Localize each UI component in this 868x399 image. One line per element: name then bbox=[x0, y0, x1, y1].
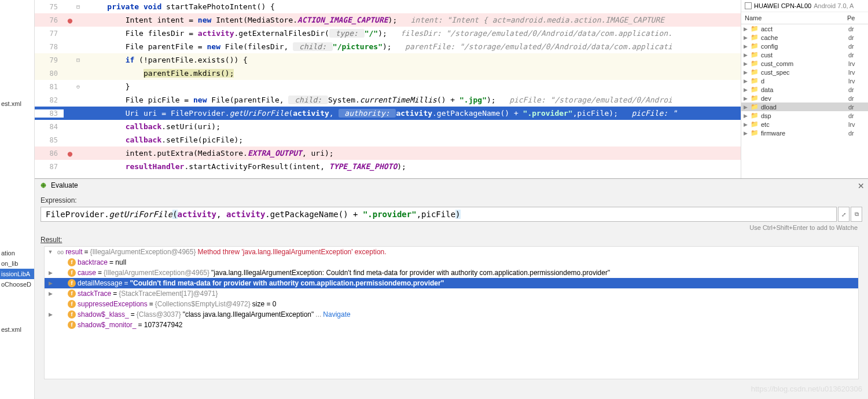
fs-row[interactable]: ▶📁datadr bbox=[741, 85, 868, 94]
field-icon: f bbox=[68, 290, 76, 298]
device-explorer[interactable]: HUAWEI CPN-AL00 Android 7.0, A NamePe ▶📁… bbox=[741, 0, 868, 178]
line-number: 81 bbox=[35, 83, 64, 91]
file-item[interactable]: on_lib bbox=[0, 258, 34, 269]
line-number: 76 bbox=[35, 16, 64, 24]
result-row[interactable]: ▶f cause = {IllegalArgumentException@496… bbox=[45, 268, 858, 278]
fs-row[interactable]: ▶📁dspdr bbox=[741, 111, 868, 120]
folder-icon: 📁 bbox=[751, 120, 759, 128]
arrow-icon[interactable]: ▶ bbox=[47, 270, 54, 276]
arrow-icon: ▶ bbox=[744, 130, 751, 136]
breakpoint-icon[interactable]: ● bbox=[68, 16, 72, 25]
arrow-icon[interactable]: ▶ bbox=[47, 280, 54, 286]
line-number: 85 bbox=[35, 136, 64, 144]
navigate-link[interactable]: Navigate bbox=[323, 310, 350, 319]
arrow-icon: ▶ bbox=[744, 52, 751, 58]
line-number: 87 bbox=[35, 163, 64, 171]
line-number: 75 bbox=[35, 3, 64, 11]
arrow-icon[interactable]: ▶ bbox=[47, 312, 54, 317]
arrow-icon[interactable]: ▼ bbox=[47, 249, 54, 255]
file-item[interactable]: issionLibA bbox=[0, 269, 34, 279]
line-number: 82 bbox=[35, 96, 64, 104]
fs-row[interactable]: ▶📁dlrv bbox=[741, 76, 868, 85]
project-tree-strip[interactable]: est.xml bbox=[0, 0, 35, 178]
result-tree[interactable]: ▼oo result = {IllegalArgumentException@4… bbox=[44, 246, 859, 379]
fs-row[interactable]: ▶📁custdr bbox=[741, 50, 868, 59]
field-icon: f bbox=[68, 279, 76, 287]
folder-icon: 📁 bbox=[751, 25, 759, 32]
folder-icon: 📁 bbox=[751, 60, 759, 67]
code-editor[interactable]: 75⊟ private void startTakePhotoIntent() … bbox=[35, 0, 741, 178]
line-number: 78 bbox=[35, 43, 64, 51]
code-text[interactable]: parentFile.mkdirs(); bbox=[86, 69, 234, 78]
fs-row[interactable]: ▶📁firmwaredr bbox=[741, 129, 868, 137]
arrow-icon: ▶ bbox=[744, 69, 751, 75]
fold-icon[interactable]: ⊖ bbox=[76, 83, 86, 90]
result-row[interactable]: ▼oo result = {IllegalArgumentException@4… bbox=[45, 247, 858, 257]
fs-row[interactable]: ▶📁acctdr bbox=[741, 24, 868, 33]
result-row[interactable]: ▶f stackTrace = {StackTraceElement[17]@4… bbox=[45, 288, 858, 299]
line-number: 80 bbox=[35, 69, 64, 78]
result-row[interactable]: ▶f shadow$_klass_ = {Class@3037} "class … bbox=[45, 309, 858, 320]
result-row[interactable]: ▶f detailMessage = "Couldn't find meta-d… bbox=[45, 278, 858, 288]
object-icon: oo bbox=[57, 249, 64, 255]
code-text[interactable]: File picFile = new File(parentFile, chil… bbox=[86, 96, 672, 104]
fs-row[interactable]: ▶📁dloaddr bbox=[741, 103, 868, 111]
arrow-icon: ▶ bbox=[744, 96, 751, 101]
fold-icon[interactable]: ⊟ bbox=[76, 57, 86, 63]
folder-icon: 📁 bbox=[751, 34, 759, 41]
fs-row[interactable]: ▶📁cust_speclrv bbox=[741, 68, 868, 76]
breakpoint-icon[interactable]: ● bbox=[68, 149, 72, 158]
line-number: 77 bbox=[35, 30, 64, 38]
arrow-icon: ▶ bbox=[744, 122, 751, 127]
file-item[interactable]: ation bbox=[0, 248, 34, 258]
arrow-icon: ▶ bbox=[744, 104, 751, 110]
folder-icon: 📁 bbox=[751, 129, 759, 137]
arrow-icon: ▶ bbox=[744, 87, 751, 93]
device-selector[interactable]: HUAWEI CPN-AL00 Android 7.0, A bbox=[741, 0, 868, 12]
fs-row[interactable]: ▶📁devdr bbox=[741, 94, 868, 103]
code-text[interactable]: Uri uri = FileProvider.getUriForFile(act… bbox=[86, 109, 677, 118]
fs-row[interactable]: ▶📁etclrv bbox=[741, 120, 868, 129]
code-text[interactable]: private void startTakePhotoIntent() { bbox=[86, 2, 275, 11]
folder-icon: 📁 bbox=[751, 77, 759, 85]
code-text[interactable]: File parentFile = new File(filesDir, chi… bbox=[86, 42, 672, 51]
code-text[interactable]: File filesDir = activity.getExternalFile… bbox=[86, 29, 672, 38]
line-number: 86 bbox=[35, 149, 64, 158]
bug-icon bbox=[39, 181, 47, 189]
code-text[interactable]: callback.setFile(picFile); bbox=[86, 136, 243, 144]
close-icon[interactable]: ✕ bbox=[858, 181, 865, 191]
fold-icon[interactable]: ⊟ bbox=[76, 3, 86, 10]
arrow-icon: ▶ bbox=[744, 35, 751, 41]
code-text[interactable]: if (!parentFile.exists()) { bbox=[86, 56, 248, 64]
project-tree-lower[interactable]: ation on_lib issionLibA oChooseD est.xml bbox=[0, 178, 35, 399]
folder-icon: 📁 bbox=[751, 112, 759, 119]
file-item[interactable]: oChooseD bbox=[0, 279, 34, 290]
code-text[interactable]: Intent intent = new Intent(MediaStore.AC… bbox=[86, 16, 664, 24]
checkbox-icon[interactable] bbox=[745, 2, 752, 9]
fs-row[interactable]: ▶📁cachedr bbox=[741, 33, 868, 42]
line-number: 84 bbox=[35, 123, 64, 131]
expand-button[interactable]: ⤢ bbox=[838, 207, 849, 222]
fs-header: NamePe bbox=[741, 12, 868, 24]
evaluate-panel: Evaluate ✕ Expression: FileProvider.getU… bbox=[35, 178, 868, 399]
result-row[interactable]: f backtrace = null bbox=[45, 257, 858, 268]
field-icon: f bbox=[68, 310, 76, 319]
line-number: 83 bbox=[35, 109, 64, 118]
device-os: Android 7.0, A bbox=[814, 2, 854, 9]
fs-row[interactable]: ▶📁configdr bbox=[741, 42, 868, 50]
arrow-icon[interactable]: ▶ bbox=[47, 291, 54, 296]
field-icon: f bbox=[68, 321, 76, 329]
file-item[interactable]: est.xml bbox=[0, 324, 34, 335]
expression-input[interactable]: FileProvider.getUriForFile(activity, act… bbox=[41, 207, 837, 222]
result-row[interactable]: f shadow$_monitor_ = 1073747942 bbox=[45, 320, 858, 330]
result-row[interactable]: f suppressedExceptions = {Collections$Em… bbox=[45, 299, 858, 309]
fs-row[interactable]: ▶📁cust_commlrv bbox=[741, 59, 868, 68]
code-text[interactable]: intent.putExtra(MediaStore.EXTRA_OUTPUT,… bbox=[86, 149, 334, 158]
file-item[interactable]: est.xml bbox=[0, 98, 34, 109]
history-button[interactable]: ⧉ bbox=[851, 207, 862, 222]
code-text[interactable]: callback.setUri(uri); bbox=[86, 122, 220, 131]
code-text[interactable]: resultHandler.startActivityForResult(int… bbox=[86, 162, 406, 171]
folder-icon: 📁 bbox=[751, 42, 759, 50]
line-number: 79 bbox=[35, 56, 64, 64]
code-text[interactable]: } bbox=[86, 82, 130, 91]
